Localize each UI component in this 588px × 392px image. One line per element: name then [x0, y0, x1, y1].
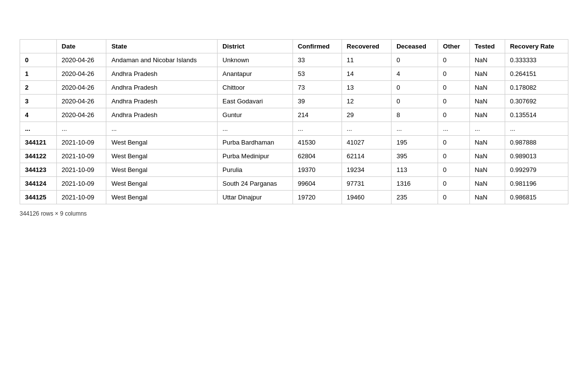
table-row: 3441242021-10-09West BengalSouth 24 Parg…: [20, 177, 568, 191]
table-row: ..............................: [20, 122, 568, 136]
cell-confirmed: 19370: [293, 163, 342, 177]
cell-recovery_rate: 0.992979: [505, 163, 568, 177]
cell-recovery_rate: 0.307692: [505, 95, 568, 108]
cell-index: 344123: [20, 163, 57, 177]
cell-confirmed: 62804: [293, 149, 342, 163]
cell-state: West Bengal: [106, 177, 218, 191]
cell-state: West Bengal: [106, 136, 218, 149]
cell-tested: NaN: [469, 53, 505, 67]
col-header-district: District: [218, 40, 293, 53]
cell-recovery_rate: ...: [505, 122, 568, 136]
cell-recovered: 62114: [342, 149, 392, 163]
cell-confirmed: 39: [293, 95, 342, 108]
cell-tested: NaN: [469, 67, 505, 81]
cell-recovered: ...: [342, 122, 392, 136]
cell-date: 2020-04-26: [56, 81, 106, 95]
cell-other: 0: [438, 67, 470, 81]
cell-deceased: 195: [392, 136, 438, 149]
cell-deceased: 4: [392, 67, 438, 81]
cell-index: 344121: [20, 136, 57, 149]
cell-date: 2020-04-26: [56, 67, 106, 81]
cell-date: 2021-10-09: [56, 136, 106, 149]
cell-deceased: ...: [392, 122, 438, 136]
cell-deceased: 0: [392, 95, 438, 108]
cell-district: Purba Bardhaman: [218, 136, 293, 149]
cell-other: 0: [438, 149, 470, 163]
cell-other: 0: [438, 191, 470, 204]
cell-state: Andhra Pradesh: [106, 95, 218, 108]
cell-district: South 24 Parganas: [218, 177, 293, 191]
cell-deceased: 0: [392, 53, 438, 67]
cell-index: 1: [20, 67, 57, 81]
col-header-confirmed: Confirmed: [293, 40, 342, 53]
cell-district: Purba Medinipur: [218, 149, 293, 163]
cell-state: Andaman and Nicobar Islands: [106, 53, 218, 67]
table-row: 3441252021-10-09West BengalUttar Dinajpu…: [20, 191, 568, 204]
cell-other: 0: [438, 108, 470, 122]
cell-other: ...: [438, 122, 470, 136]
cell-date: 2021-10-09: [56, 163, 106, 177]
cell-other: 0: [438, 81, 470, 95]
cell-state: Andhra Pradesh: [106, 67, 218, 81]
cell-recovery_rate: 0.264151: [505, 67, 568, 81]
cell-recovered: 29: [342, 108, 392, 122]
cell-recovery_rate: 0.986815: [505, 191, 568, 204]
header-row: Date State District Confirmed Recovered …: [20, 40, 568, 53]
cell-recovered: 14: [342, 67, 392, 81]
cell-index: ...: [20, 122, 57, 136]
cell-other: 0: [438, 136, 470, 149]
table-row: 02020-04-26Andaman and Nicobar IslandsUn…: [20, 53, 568, 67]
cell-date: 2020-04-26: [56, 95, 106, 108]
cell-district: ...: [218, 122, 293, 136]
cell-recovered: 13: [342, 81, 392, 95]
cell-confirmed: ...: [293, 122, 342, 136]
cell-district: Purulia: [218, 163, 293, 177]
cell-date: ...: [56, 122, 106, 136]
cell-deceased: 113: [392, 163, 438, 177]
col-header-recovery-rate: Recovery Rate: [505, 40, 568, 53]
cell-recovered: 19460: [342, 191, 392, 204]
cell-deceased: 235: [392, 191, 438, 204]
cell-state: Andhra Pradesh: [106, 108, 218, 122]
cell-recovery_rate: 0.178082: [505, 81, 568, 95]
table-row: 3441222021-10-09West BengalPurba Medinip…: [20, 149, 568, 163]
cell-deceased: 8: [392, 108, 438, 122]
main-container: Date State District Confirmed Recovered …: [20, 39, 568, 217]
cell-index: 3: [20, 95, 57, 108]
cell-index: 4: [20, 108, 57, 122]
cell-district: East Godavari: [218, 95, 293, 108]
cell-state: West Bengal: [106, 191, 218, 204]
cell-date: 2021-10-09: [56, 149, 106, 163]
cell-district: Guntur: [218, 108, 293, 122]
col-header-tested: Tested: [469, 40, 505, 53]
cell-other: 0: [438, 177, 470, 191]
cell-tested: NaN: [469, 95, 505, 108]
cell-index: 2: [20, 81, 57, 95]
cell-tested: NaN: [469, 149, 505, 163]
cell-tested: NaN: [469, 108, 505, 122]
col-header-index: [20, 40, 57, 53]
cell-recovered: 41027: [342, 136, 392, 149]
cell-index: 344124: [20, 177, 57, 191]
table-row: 42020-04-26Andhra PradeshGuntur2142980Na…: [20, 108, 568, 122]
cell-recovery_rate: 0.135514: [505, 108, 568, 122]
cell-recovered: 12: [342, 95, 392, 108]
cell-tested: ...: [469, 122, 505, 136]
col-header-date: Date: [56, 40, 106, 53]
cell-recovered: 11: [342, 53, 392, 67]
cell-date: 2021-10-09: [56, 177, 106, 191]
col-header-state: State: [106, 40, 218, 53]
cell-recovery_rate: 0.981196: [505, 177, 568, 191]
cell-deceased: 395: [392, 149, 438, 163]
cell-confirmed: 19720: [293, 191, 342, 204]
cell-district: Anantapur: [218, 67, 293, 81]
cell-tested: NaN: [469, 191, 505, 204]
cell-tested: NaN: [469, 163, 505, 177]
col-header-deceased: Deceased: [392, 40, 438, 53]
cell-state: West Bengal: [106, 149, 218, 163]
cell-other: 0: [438, 95, 470, 108]
cell-index: 344122: [20, 149, 57, 163]
col-header-recovered: Recovered: [342, 40, 392, 53]
cell-recovery_rate: 0.989013: [505, 149, 568, 163]
cell-recovery_rate: 0.333333: [505, 53, 568, 67]
